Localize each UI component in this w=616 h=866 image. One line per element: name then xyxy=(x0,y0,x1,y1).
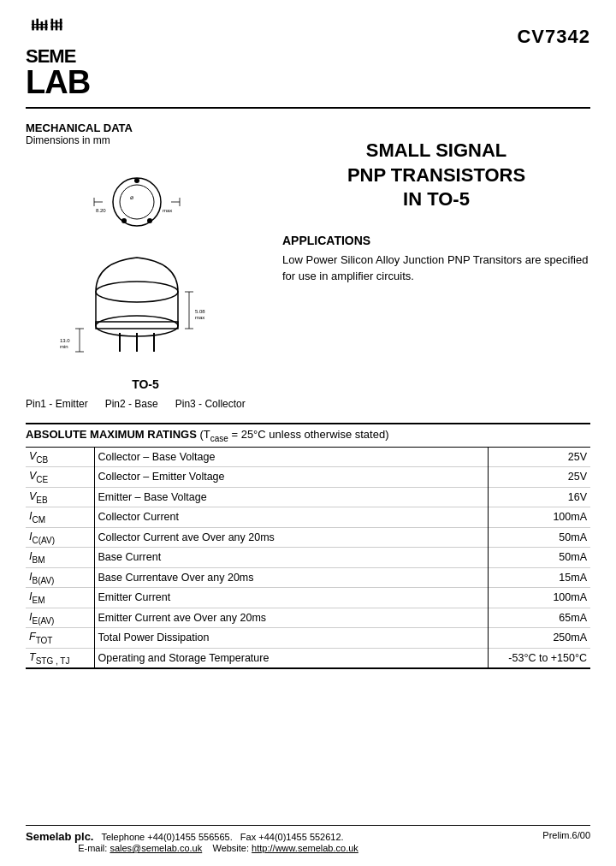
symbol-cell: IC(AV) xyxy=(26,527,94,548)
svg-point-23 xyxy=(96,282,178,302)
value-cell: 100mA xyxy=(488,588,590,608)
symbol-cell: VCE xyxy=(26,467,94,488)
product-title: SMALL SIGNAL PNP TRANSISTORS IN TO-5 xyxy=(282,139,590,212)
description-cell: Emitter Current xyxy=(94,588,488,608)
mech-title: MECHANICAL DATA xyxy=(26,122,265,134)
description-cell: Operating and Storage Temperature xyxy=(94,648,488,668)
left-column: MECHANICAL DATA Dimensions in mm xyxy=(26,122,265,410)
footer-email-label-text: E-mail: xyxy=(78,843,107,853)
ratings-header: ABSOLUTE MAXIMUM RATINGS (Tcase = 25°C u… xyxy=(26,424,590,448)
svg-text:max: max xyxy=(195,315,204,320)
table-row: VEBEmitter – Base Voltage16V xyxy=(26,487,590,507)
svg-text:8.20: 8.20 xyxy=(96,208,106,213)
description-cell: Base Current xyxy=(94,548,488,568)
applications-heading: APPLICATIONS xyxy=(282,234,590,247)
value-cell: 25V xyxy=(488,448,590,467)
value-cell: 50mA xyxy=(488,548,590,568)
symbol-cell: IB(AV) xyxy=(26,567,94,588)
footer-website[interactable]: http://www.semelab.co.uk xyxy=(252,843,358,853)
pin2-label: Pin2 - Base xyxy=(105,398,158,410)
table-row: VCBCollector – Base Voltage25V xyxy=(26,448,590,467)
ratings-section: ABSOLUTE MAXIMUM RATINGS (Tcase = 25°C u… xyxy=(26,423,590,669)
value-cell: 16V xyxy=(488,487,590,507)
svg-text:5.08: 5.08 xyxy=(195,309,205,314)
product-title-line2: PNP TRANSISTORS xyxy=(347,164,525,186)
header: SEME LAB CV7342 xyxy=(26,17,590,109)
value-cell: 25V xyxy=(488,467,590,488)
value-cell: 15mA xyxy=(488,567,590,588)
svg-rect-27 xyxy=(96,322,178,329)
table-row: IEMEmitter Current100mA xyxy=(26,588,590,608)
table-row: FTOTTotal Power Dissipation250mA xyxy=(26,628,590,649)
value-cell: 250mA xyxy=(488,628,590,649)
footer-email-label xyxy=(26,843,75,853)
table-row: IB(AV)Base Currentave Over any 20ms15mA xyxy=(26,567,590,588)
symbol-cell: FTOT xyxy=(26,628,94,649)
description-cell: Emitter – Base Voltage xyxy=(94,487,488,507)
table-row: IBMBase Current50mA xyxy=(26,548,590,568)
mech-drawing: ⌀ 8.20 max xyxy=(26,151,248,373)
value-cell: 100mA xyxy=(488,507,590,528)
value-cell: 50mA xyxy=(488,527,590,548)
svg-point-15 xyxy=(134,178,139,183)
description-cell: Base Currentave Over any 20ms xyxy=(94,567,488,588)
svg-point-12 xyxy=(120,185,154,219)
ratings-condition: (Tcase = 25°C unless otherwise stated) xyxy=(199,428,388,441)
footer-website-label: Website: xyxy=(212,843,249,853)
ratings-title: ABSOLUTE MAXIMUM RATINGS xyxy=(26,428,197,441)
applications-section: APPLICATIONS Low Power Silicon Alloy Jun… xyxy=(282,234,590,285)
footer: Semelab plc. Telephone +44(0)1455 556565… xyxy=(26,825,590,853)
prelim-label: Prelim.6/00 xyxy=(542,830,590,840)
symbol-cell: IBM xyxy=(26,548,94,568)
company-name: Semelab plc. xyxy=(26,830,93,843)
symbol-cell: IEM xyxy=(26,588,94,608)
description-cell: Emitter Current ave Over any 20ms xyxy=(94,608,488,628)
value-cell: 65mA xyxy=(488,608,590,628)
applications-description: Low Power Silicon Alloy Junction PNP Tra… xyxy=(282,252,590,285)
mech-subtitle: Dimensions in mm xyxy=(26,134,265,146)
logo-icon xyxy=(26,17,77,45)
footer-right: Prelim.6/00 xyxy=(542,830,590,840)
footer-email[interactable]: sales@semelab.co.uk xyxy=(110,843,202,853)
right-column: SMALL SIGNAL PNP TRANSISTORS IN TO-5 APP… xyxy=(282,122,590,410)
description-cell: Collector – Base Voltage xyxy=(94,448,488,467)
svg-text:13.0: 13.0 xyxy=(60,338,70,343)
symbol-cell: VEB xyxy=(26,487,94,507)
logo-area: SEME LAB xyxy=(26,17,90,98)
logo-text: SEME LAB xyxy=(26,47,90,98)
footer-left: Semelab plc. Telephone +44(0)1455 556565… xyxy=(26,830,358,853)
description-cell: Total Power Dissipation xyxy=(94,628,488,649)
description-cell: Collector Current xyxy=(94,507,488,528)
svg-point-13 xyxy=(121,218,127,223)
ratings-table: VCBCollector – Base Voltage25VVCECollect… xyxy=(26,448,590,670)
pin3-label: Pin3 - Collector xyxy=(175,398,246,410)
svg-text:⌀: ⌀ xyxy=(130,194,133,200)
value-cell: -53°C to +150°C xyxy=(488,648,590,668)
symbol-cell: VCB xyxy=(26,448,94,467)
svg-point-14 xyxy=(147,218,152,223)
product-title-line1: SMALL SIGNAL xyxy=(366,139,507,161)
symbol-cell: IE(AV) xyxy=(26,608,94,628)
svg-text:min: min xyxy=(60,344,68,349)
pin-info: Pin1 - Emitter Pin2 - Base Pin3 - Collec… xyxy=(26,398,265,410)
table-row: ICMCollector Current100mA xyxy=(26,507,590,528)
symbol-cell: TSTG , TJ xyxy=(26,648,94,668)
pin1-label: Pin1 - Emitter xyxy=(26,398,88,410)
page: SEME LAB CV7342 MECHANICAL DATA Dimensio… xyxy=(0,0,616,866)
footer-contact: Telephone +44(0)1455 556565. Fax +44(0)1… xyxy=(97,832,344,842)
table-row: IE(AV)Emitter Current ave Over any 20ms6… xyxy=(26,608,590,628)
table-row: TSTG , TJOperating and Storage Temperatu… xyxy=(26,648,590,668)
description-cell: Collector – Emitter Voltage xyxy=(94,467,488,488)
product-title-line3: IN TO-5 xyxy=(403,188,470,210)
part-number: CV7342 xyxy=(517,26,590,48)
svg-text:max: max xyxy=(163,208,172,213)
package-label: TO-5 xyxy=(26,377,265,391)
description-cell: Collector Current ave Over any 20ms xyxy=(94,527,488,548)
table-row: VCECollector – Emitter Voltage25V xyxy=(26,467,590,488)
table-row: IC(AV)Collector Current ave Over any 20m… xyxy=(26,527,590,548)
main-content: MECHANICAL DATA Dimensions in mm xyxy=(26,122,590,410)
symbol-cell: ICM xyxy=(26,507,94,528)
